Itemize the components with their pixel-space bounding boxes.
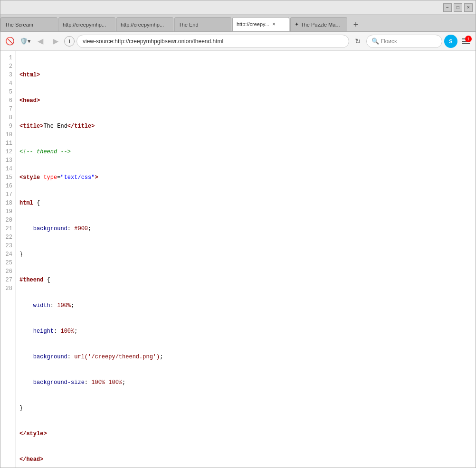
code-line-14: } bbox=[19, 404, 472, 412]
code-line-1: <html> bbox=[19, 71, 472, 79]
code-line-16: </head> bbox=[19, 455, 472, 464]
forward-button[interactable]: ▶ bbox=[49, 35, 62, 48]
code-line-11: height: 100%; bbox=[19, 327, 472, 336]
code-line-10: width: 100%; bbox=[19, 301, 472, 310]
line-num-2: 2 bbox=[0, 62, 15, 71]
line-num-9: 9 bbox=[0, 122, 15, 131]
source-code: <html> <head> <title>The End</title> <!-… bbox=[16, 51, 476, 468]
tab-label: The Scream bbox=[5, 22, 33, 28]
tab-label: The Puzzle Ma... bbox=[301, 22, 340, 28]
line-num-21: 21 bbox=[0, 225, 15, 233]
code-line-13: background-size: 100% 100%; bbox=[19, 378, 472, 387]
browser-window: − □ × The Scream http://creepymhp... htt… bbox=[0, 0, 476, 468]
content-area: 1 2 3 4 5 6 7 8 9 10 11 12 13 14 15 16 1… bbox=[0, 51, 476, 468]
code-line-7: background: #000; bbox=[19, 225, 472, 233]
code-line-3: <title>The End</title> bbox=[19, 122, 472, 131]
tab-creepy2[interactable]: http://creepymhp... bbox=[116, 17, 173, 31]
new-tab-button[interactable]: + bbox=[349, 18, 362, 31]
line-num-25: 25 bbox=[0, 259, 15, 267]
refresh-button[interactable]: ↻ bbox=[351, 35, 364, 48]
menu-button[interactable]: 1 bbox=[459, 35, 473, 48]
line-num-3: 3 bbox=[0, 71, 15, 79]
shield-dropdown-button[interactable]: 🛡️▾ bbox=[19, 35, 32, 48]
code-line-8: } bbox=[19, 250, 472, 259]
line-num-14: 14 bbox=[0, 165, 15, 173]
toolbar: 🚫 🛡️▾ ◀ ▶ i ↻ 🔍 S 1 bbox=[0, 32, 476, 51]
code-line-6: html { bbox=[19, 199, 472, 207]
line-num-17: 17 bbox=[0, 190, 15, 199]
maximize-button[interactable]: □ bbox=[454, 3, 462, 12]
line-num-12: 12 bbox=[0, 148, 15, 156]
line-num-20: 20 bbox=[0, 216, 15, 225]
line-num-19: 19 bbox=[0, 207, 15, 216]
info-button[interactable]: i bbox=[64, 36, 75, 47]
line-num-27: 27 bbox=[0, 276, 15, 284]
code-line-2: <head> bbox=[19, 96, 472, 105]
tab-the-scream[interactable]: The Scream bbox=[0, 17, 57, 31]
line-num-11: 11 bbox=[0, 139, 15, 148]
tab-creepy-active[interactable]: http://creepy... × bbox=[232, 17, 289, 31]
minimize-button[interactable]: − bbox=[443, 3, 452, 12]
code-line-12: background: url('/creepy/theend.png'); bbox=[19, 353, 472, 361]
tab-puzzle[interactable]: ✦ The Puzzle Ma... bbox=[290, 17, 347, 31]
search-icon: 🔍 bbox=[371, 37, 379, 45]
notification-badge: 1 bbox=[465, 36, 472, 42]
line-num-8: 8 bbox=[0, 113, 15, 122]
tab-the-end[interactable]: The End bbox=[174, 17, 231, 31]
tabs-bar: The Scream http://creepymhp... http://cr… bbox=[0, 15, 476, 32]
line-numbers: 1 2 3 4 5 6 7 8 9 10 11 12 13 14 15 16 1… bbox=[0, 51, 16, 468]
code-line-4: <!-- theend --> bbox=[19, 148, 472, 156]
tab-label: http://creepymhp... bbox=[121, 22, 164, 28]
close-button[interactable]: × bbox=[464, 3, 473, 12]
back-button[interactable]: ◀ bbox=[34, 35, 47, 48]
line-num-28: 28 bbox=[0, 284, 15, 293]
code-line-9: #theend { bbox=[19, 276, 472, 284]
line-num-1: 1 bbox=[0, 54, 15, 62]
address-bar[interactable] bbox=[76, 35, 349, 48]
code-line-15: </style> bbox=[19, 430, 472, 438]
line-num-7: 7 bbox=[0, 105, 15, 113]
search-bar: 🔍 bbox=[366, 35, 442, 48]
line-num-10: 10 bbox=[0, 131, 15, 139]
line-num-18: 18 bbox=[0, 199, 15, 207]
line-num-15: 15 bbox=[0, 173, 15, 182]
puzzle-icon: ✦ bbox=[295, 21, 299, 28]
tab-close-icon[interactable]: × bbox=[272, 21, 276, 28]
code-line-5: <style type="text/css"> bbox=[19, 173, 472, 182]
tab-label: http://creepymhp... bbox=[63, 22, 106, 28]
line-num-4: 4 bbox=[0, 79, 15, 88]
line-num-24: 24 bbox=[0, 250, 15, 259]
line-num-23: 23 bbox=[0, 242, 15, 250]
title-bar: − □ × bbox=[0, 0, 476, 15]
line-num-6: 6 bbox=[0, 96, 15, 105]
tab-creepy1[interactable]: http://creepymhp... bbox=[58, 17, 115, 31]
tab-label: http://creepy... bbox=[237, 21, 269, 27]
block-icon[interactable]: 🚫 bbox=[3, 35, 17, 48]
tab-label: The End bbox=[179, 22, 199, 28]
line-num-5: 5 bbox=[0, 88, 15, 96]
line-num-13: 13 bbox=[0, 156, 15, 165]
skype-button[interactable]: S bbox=[444, 35, 457, 48]
line-num-26: 26 bbox=[0, 267, 15, 276]
line-num-16: 16 bbox=[0, 182, 15, 190]
line-num-22: 22 bbox=[0, 233, 15, 242]
search-input[interactable] bbox=[381, 38, 438, 45]
